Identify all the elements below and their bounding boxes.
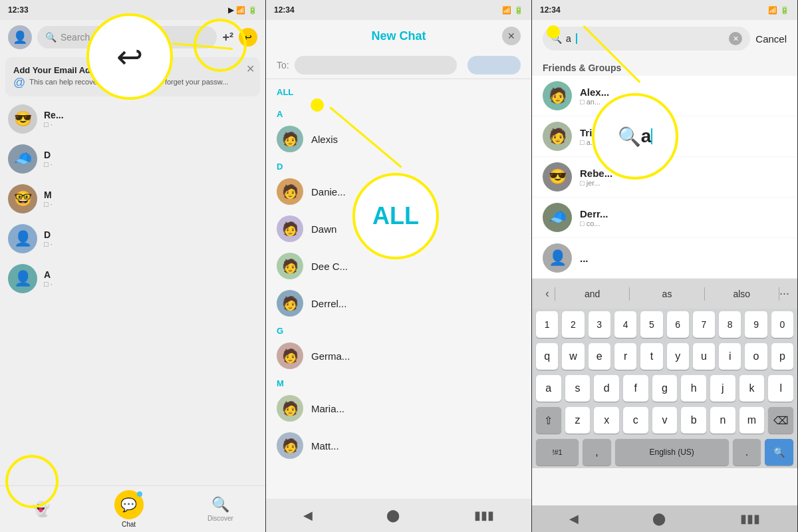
key-search[interactable]: 🔍	[765, 439, 793, 466]
key-u[interactable]: u	[693, 343, 715, 370]
key-space[interactable]: English (US)	[615, 439, 729, 466]
list-item[interactable]: 🧑 Alex... □ an...	[532, 76, 797, 116]
key-z[interactable]: z	[565, 407, 591, 434]
key-5[interactable]: 5	[640, 311, 662, 338]
key-1[interactable]: 1	[536, 311, 558, 338]
nav-item-discover[interactable]: 🔍 Discover	[207, 496, 233, 522]
contact-name: Germa...	[311, 350, 350, 362]
key-numbers[interactable]: !#1	[536, 439, 579, 466]
key-a[interactable]: a	[536, 375, 561, 402]
back-nav-button-p3[interactable]: ◀	[569, 511, 579, 526]
key-o[interactable]: o	[745, 343, 767, 370]
suggestion-as[interactable]: as	[630, 286, 704, 302]
to-filter-input[interactable]	[467, 56, 521, 74]
key-h[interactable]: h	[681, 375, 706, 402]
key-9[interactable]: 9	[745, 311, 767, 338]
key-t[interactable]: t	[640, 343, 662, 370]
key-7[interactable]: 7	[693, 311, 715, 338]
key-6[interactable]: 6	[667, 311, 689, 338]
key-0[interactable]: 0	[771, 311, 793, 338]
close-button[interactable]: ✕	[502, 27, 521, 45]
list-item[interactable]: 🧢 Derr... □ co...	[532, 198, 797, 237]
key-r[interactable]: r	[614, 343, 636, 370]
bottom-nav-panel1: 👻 💬 Chat 🔍 Discover	[0, 485, 265, 532]
snap-icon-button[interactable]: ↩	[239, 28, 257, 47]
list-item[interactable]: 🧑 Dee C...	[266, 247, 531, 285]
alert-close-button[interactable]: ✕	[246, 63, 255, 75]
nav-item-chat[interactable]: 💬 Chat	[114, 490, 144, 528]
list-item[interactable]: 😎 Rebe... □ jer...	[532, 157, 797, 197]
menu-nav-button-p3[interactable]: ▮▮▮	[740, 511, 760, 526]
key-d[interactable]: d	[594, 375, 619, 402]
key-s[interactable]: s	[565, 375, 591, 402]
contacts-list: A 🧑 Alexis D 🧑 Danie... 🧑 Dawn 🧑 Dee C..…	[266, 105, 531, 491]
list-item[interactable]: 🧑 Tri... □ a...	[532, 116, 797, 156]
list-item[interactable]: 🧑 Danie...	[266, 173, 531, 210]
key-l[interactable]: l	[768, 375, 793, 402]
key-j[interactable]: j	[710, 375, 735, 402]
back-nav-button[interactable]: ◀	[303, 508, 313, 523]
key-b[interactable]: b	[681, 407, 706, 434]
key-k[interactable]: k	[739, 375, 765, 402]
key-comma[interactable]: ,	[583, 439, 611, 466]
suggestion-also[interactable]: also	[705, 286, 779, 302]
key-c[interactable]: c	[623, 407, 648, 434]
suggestion-back-button[interactable]: ‹	[540, 284, 555, 303]
search-bar[interactable]: 🔍 Search	[37, 26, 217, 49]
notification-dot	[137, 491, 142, 497]
list-item[interactable]: 👤 D □ ·	[0, 219, 265, 259]
key-4[interactable]: 4	[614, 311, 636, 338]
list-item[interactable]: 🧑 Derrel...	[266, 285, 531, 322]
key-y[interactable]: y	[667, 343, 689, 370]
avatar: 🧑	[277, 342, 303, 369]
friend-info: Rebe... □ jer...	[580, 168, 612, 187]
filter-all[interactable]: ALL	[277, 84, 293, 100]
chat-info: Re... □ ·	[44, 110, 257, 128]
key-f[interactable]: f	[623, 375, 648, 402]
list-item[interactable]: 🧑 Alexis	[266, 120, 531, 158]
list-item[interactable]: 😎 Re... □ ·	[0, 99, 265, 139]
key-8[interactable]: 8	[719, 311, 741, 338]
nav-item-ghost[interactable]: 👻	[32, 501, 50, 518]
key-v[interactable]: v	[652, 407, 678, 434]
profile-avatar[interactable]: 👤	[8, 25, 32, 49]
key-m[interactable]: m	[739, 407, 765, 434]
to-input[interactable]	[295, 56, 457, 74]
list-item[interactable]: 🧢 D □ ·	[0, 139, 265, 179]
suggestion-and[interactable]: and	[555, 286, 629, 302]
key-shift[interactable]: ⇧	[536, 407, 561, 434]
list-item[interactable]: 🧑 Germa...	[266, 337, 531, 374]
list-item[interactable]: 👤 ...	[532, 238, 797, 278]
home-nav-button-p3[interactable]: ⬤	[652, 511, 666, 526]
key-2[interactable]: 2	[562, 311, 584, 338]
key-x[interactable]: x	[594, 407, 619, 434]
menu-nav-button[interactable]: ▮▮▮	[474, 508, 494, 523]
key-n[interactable]: n	[710, 407, 735, 434]
list-item[interactable]: 👤 A □ ·	[0, 259, 265, 299]
list-item[interactable]: 🧑 Dawn	[266, 210, 531, 247]
key-period[interactable]: .	[733, 439, 761, 466]
list-item[interactable]: 🧑 Matt...	[266, 427, 531, 464]
key-3[interactable]: 3	[589, 311, 610, 338]
key-q[interactable]: q	[536, 343, 558, 370]
clear-search-button[interactable]: ✕	[729, 32, 742, 45]
key-e[interactable]: e	[589, 343, 610, 370]
key-w[interactable]: w	[562, 343, 584, 370]
time-panel2: 12:34	[274, 5, 295, 15]
contact-name: Matt...	[311, 440, 339, 452]
suggestion-more-button[interactable]: ···	[779, 287, 789, 301]
list-item[interactable]: 🧑 Maria...	[266, 390, 531, 427]
avatar: 🧑	[277, 126, 303, 152]
key-g[interactable]: g	[652, 375, 678, 402]
chat-info: D □ ·	[44, 229, 257, 248]
add-friend-button[interactable]: +²	[222, 31, 233, 45]
search-input-active[interactable]: 🔍 a ✕	[543, 27, 750, 51]
key-p[interactable]: p	[771, 343, 793, 370]
key-backspace[interactable]: ⌫	[768, 407, 793, 434]
cancel-search-button[interactable]: Cancel	[755, 33, 787, 45]
list-item[interactable]: 🤓 M □ ·	[0, 179, 265, 219]
home-nav-button[interactable]: ⬤	[386, 508, 400, 523]
key-i[interactable]: i	[719, 343, 741, 370]
avatar: 🧑	[277, 395, 303, 422]
avatar: 🧑	[277, 178, 303, 205]
